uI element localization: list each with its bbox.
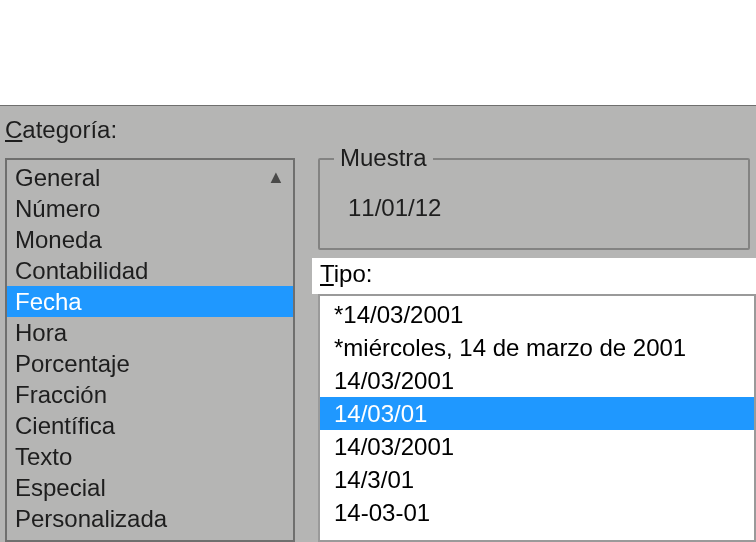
categoria-item[interactable]: Hora [7, 317, 293, 348]
categoria-listbox[interactable]: ▲ GeneralNúmeroMonedaContabilidadFechaHo… [5, 158, 295, 542]
categoria-item[interactable]: Número [7, 193, 293, 224]
categoria-item[interactable]: Porcentaje [7, 348, 293, 379]
tipo-panel-bg [312, 258, 756, 294]
muestra-label: Muestra [334, 144, 433, 172]
categoria-item[interactable]: Texto [7, 441, 293, 472]
categoria-item[interactable]: General [7, 162, 293, 193]
muestra-value: 11/01/12 [348, 194, 441, 222]
categoria-item[interactable]: Moneda [7, 224, 293, 255]
tipo-item[interactable]: 14/03/01 [320, 397, 754, 430]
muestra-groupbox: Muestra 11/01/12 [318, 158, 750, 250]
categoria-item[interactable]: Fecha [7, 286, 293, 317]
tipo-item[interactable]: *14/03/2001 [320, 298, 754, 331]
tipo-item[interactable]: 14/3/01 [320, 463, 754, 496]
tipo-item[interactable]: 14-03-01 [320, 496, 754, 529]
categoria-item[interactable]: Personalizada [7, 503, 293, 534]
tipo-item[interactable]: *miércoles, 14 de marzo de 2001 [320, 331, 754, 364]
tipo-item[interactable]: 14/03/2001 [320, 430, 754, 463]
categoria-item[interactable]: Científica [7, 410, 293, 441]
scroll-up-icon[interactable]: ▲ [263, 164, 289, 190]
categoria-item[interactable]: Contabilidad [7, 255, 293, 286]
tipo-item[interactable]: 14/03/2001 [320, 364, 754, 397]
categoria-item[interactable]: Especial [7, 472, 293, 503]
tipo-listbox[interactable]: *14/03/2001*miércoles, 14 de marzo de 20… [318, 294, 756, 542]
tipo-label: Tipo: [318, 260, 374, 288]
categoria-item[interactable]: Fracción [7, 379, 293, 410]
categoria-label: Categoría: [5, 116, 117, 144]
